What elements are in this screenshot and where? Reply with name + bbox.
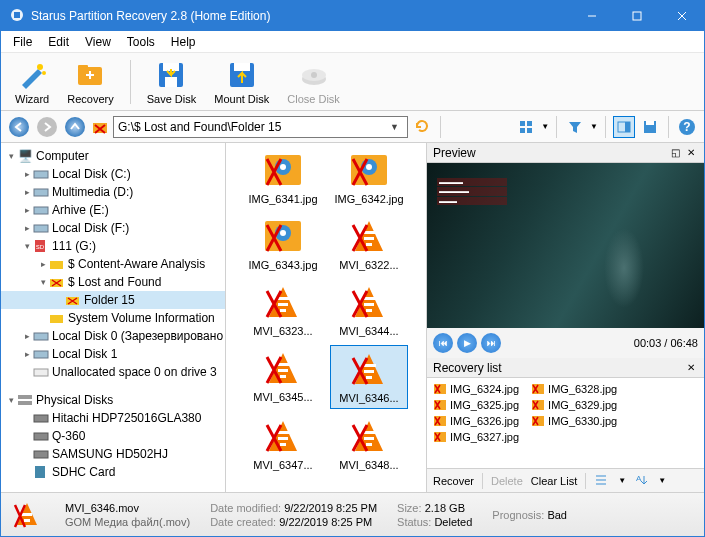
recover-button[interactable]: Recover [433, 475, 474, 487]
menu-file[interactable]: File [5, 33, 40, 51]
drive-icon [33, 202, 49, 218]
svg-rect-81 [280, 443, 286, 446]
svg-point-7 [42, 71, 46, 75]
savedisk-button[interactable]: Save Disk [141, 57, 203, 107]
svg-rect-47 [34, 415, 48, 422]
video-file-icon [345, 350, 393, 390]
tree-computer[interactable]: ▾🖥️Computer [1, 147, 225, 165]
tree-item[interactable]: ▸Arhive (E:) [1, 201, 225, 219]
tree-item[interactable]: ▸Local Disk (F:) [1, 219, 225, 237]
mountdisk-button[interactable]: Mount Disk [208, 57, 275, 107]
menu-tools[interactable]: Tools [119, 33, 163, 51]
recovery-item[interactable]: IMG_6324.jpg [433, 382, 519, 396]
tree-item[interactable]: ▸Local Disk (C:) [1, 165, 225, 183]
tree-item[interactable]: ▸Local Disk 1 [1, 345, 225, 363]
play-button[interactable]: ▶ [457, 333, 477, 353]
maximize-button[interactable] [614, 1, 659, 31]
minimize-button[interactable] [569, 1, 614, 31]
menu-view[interactable]: View [77, 33, 119, 51]
recovery-item[interactable]: IMG_6326.jpg [433, 414, 519, 428]
close-button[interactable] [659, 1, 704, 31]
folder-tree[interactable]: ▾🖥️Computer ▸Local Disk (C:) ▸Multimedia… [1, 143, 226, 492]
thumbnail-item[interactable]: IMG_6343.jpg [244, 213, 322, 275]
refresh-button[interactable] [413, 117, 433, 137]
rewind-button[interactable]: ⏮ [433, 333, 453, 353]
menu-edit[interactable]: Edit [40, 33, 77, 51]
nav-forward-button[interactable] [35, 115, 59, 139]
help-button[interactable]: ? [676, 116, 698, 138]
menu-help[interactable]: Help [163, 33, 204, 51]
thumbnail-item[interactable]: MVI_6347... [244, 413, 322, 475]
thumbnail-view[interactable]: IMG_6341.jpgIMG_6342.jpgIMG_6343.jpgMVI_… [226, 143, 426, 492]
tree-item[interactable]: System Volume Information [1, 309, 225, 327]
preview-viewport[interactable]: ▬▬▬▬▬▬▬▬▬▬▬▬ [427, 163, 704, 328]
chevron-down-icon[interactable]: ▼ [541, 122, 549, 131]
hdd-icon [33, 446, 49, 462]
save-view-button[interactable] [639, 116, 661, 138]
status-status: Deleted [434, 516, 472, 528]
close-icon[interactable]: ✕ [684, 146, 698, 160]
deleted-image-icon [433, 414, 447, 428]
svg-rect-86 [364, 437, 374, 440]
tree-item[interactable]: ▾$ Lost and Found [1, 273, 225, 291]
video-file-icon [345, 417, 393, 457]
thumbnail-item[interactable]: IMG_6342.jpg [330, 147, 408, 209]
thumbnail-item[interactable]: IMG_6341.jpg [244, 147, 322, 209]
thumbnail-item[interactable]: MVI_6323... [244, 279, 322, 341]
list-view-icon[interactable] [594, 473, 610, 489]
recovery-button[interactable]: Recovery [61, 57, 119, 107]
svg-rect-66 [278, 303, 288, 306]
delete-button[interactable]: Delete [491, 475, 523, 487]
tree-physical[interactable]: ▾Physical Disks [1, 391, 225, 409]
nav-back-button[interactable] [7, 115, 31, 139]
wizard-button[interactable]: Wizard [9, 57, 55, 107]
tree-folder15[interactable]: Folder 15 [1, 291, 225, 309]
recovery-item[interactable]: IMG_6325.jpg [433, 398, 519, 412]
filter-button[interactable] [564, 116, 586, 138]
tree-item[interactable]: Hitachi HDP725016GLA380 [1, 409, 225, 427]
tree-item[interactable]: ▾SD111 (G:) [1, 237, 225, 255]
recovery-item[interactable]: IMG_6327.jpg [433, 430, 519, 444]
closedisk-icon [298, 59, 330, 91]
closedisk-button[interactable]: Close Disk [281, 57, 346, 107]
thumbnail-item[interactable]: MVI_6322... [330, 213, 408, 275]
clearlist-button[interactable]: Clear List [531, 475, 577, 487]
view-large-button[interactable] [515, 116, 537, 138]
address-dropdown-icon[interactable]: ▼ [390, 122, 399, 132]
nav-up-button[interactable] [63, 115, 87, 139]
svg-rect-24 [520, 128, 525, 133]
popout-icon[interactable]: ◱ [668, 146, 682, 160]
address-input[interactable] [113, 116, 408, 138]
thumbnail-item[interactable]: MVI_6345... [244, 345, 322, 409]
media-controls: ⏮ ▶ ⏭ 00:03 / 06:48 [427, 328, 704, 358]
sd-icon [33, 464, 49, 480]
preview-toggle-button[interactable] [613, 116, 635, 138]
thumbnail-item[interactable]: MVI_6348... [330, 413, 408, 475]
video-file-icon [345, 217, 393, 257]
chevron-down-icon[interactable]: ▼ [590, 122, 598, 131]
sort-icon[interactable]: A [634, 473, 650, 489]
recovery-list[interactable]: IMG_6324.jpgIMG_6325.jpgIMG_6326.jpgIMG_… [427, 378, 704, 468]
tree-item[interactable]: SAMSUNG HD502HJ [1, 445, 225, 463]
deleted-image-icon [531, 382, 545, 396]
recovery-item[interactable]: IMG_6328.jpg [531, 382, 617, 396]
recovery-item[interactable]: IMG_6329.jpg [531, 398, 617, 412]
svg-rect-82 [278, 437, 288, 440]
svg-rect-12 [165, 77, 177, 87]
tree-item[interactable]: ▸Local Disk 0 (Зарезервировано [1, 327, 225, 345]
close-icon[interactable]: ✕ [684, 361, 698, 375]
app-icon [9, 7, 25, 26]
recovery-item[interactable]: IMG_6330.jpg [531, 414, 617, 428]
tree-item[interactable]: Q-360 [1, 427, 225, 445]
tree-item[interactable]: Unallocated space 0 on drive 3 [1, 363, 225, 381]
thumbnail-item[interactable]: MVI_6344... [330, 279, 408, 341]
svg-point-19 [37, 117, 57, 137]
tree-item[interactable]: ▸$ Content-Aware Analysis [1, 255, 225, 273]
video-file-icon [259, 349, 307, 389]
thumbnail-item[interactable]: MVI_6346... [330, 345, 408, 409]
tree-item[interactable]: SDHC Card [1, 463, 225, 481]
tree-item[interactable]: ▸Multimedia (D:) [1, 183, 225, 201]
mount-icon [226, 59, 258, 91]
thumbnail-label: MVI_6348... [339, 459, 398, 471]
forward-button[interactable]: ⏭ [481, 333, 501, 353]
